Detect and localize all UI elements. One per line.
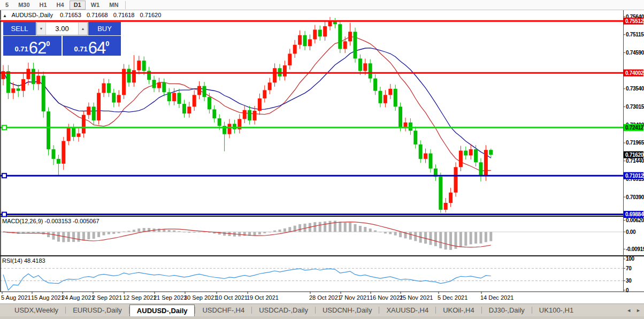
period-button-d1[interactable]: D1 [70, 1, 86, 10]
header-divider [0, 20, 623, 20]
macd-histogram-bar [188, 232, 190, 233]
macd-histogram-bar [57, 232, 60, 241]
macd-indicator-label: MACD(12,26,9) -0.003153 -0.005067 [2, 218, 99, 224]
chart-tab-uk100[interactable]: UK100-,H1 [532, 304, 580, 316]
price-tick-label: 0.73015 [626, 104, 644, 110]
candle [318, 29, 322, 36]
buy-button[interactable]: BUY [88, 22, 121, 35]
macd-histogram-bar [82, 232, 85, 240]
candle [323, 26, 327, 36]
chart-header: ▲ AUDUSD-,Daily 0.71653 0.71668 0.71618 … [0, 10, 165, 20]
price-tick-label: 0.75115 [626, 32, 644, 37]
candle [172, 93, 176, 101]
period-button-h1[interactable]: H1 [35, 1, 51, 10]
macd-histogram-bar [329, 221, 332, 232]
chart-tab-usdchf[interactable]: USDCHF-,H4 [195, 304, 251, 316]
period-button-m30[interactable]: M30 [14, 1, 34, 10]
period-button-mn[interactable]: MN [105, 1, 122, 10]
macd-histogram-bar [414, 232, 417, 241]
pane-separator-rsi[interactable] [0, 255, 644, 256]
macd-histogram-bar [168, 230, 171, 232]
macd-histogram-bar [52, 232, 55, 239]
sell-price-big: 62 [29, 40, 46, 56]
quote-close: 0.71620 [140, 12, 162, 18]
date-label: 7 Nov 2021 [340, 294, 370, 301]
candle [142, 60, 146, 71]
candle [283, 65, 287, 77]
candle [87, 107, 90, 115]
volume-increase-icon[interactable]: ▲ [78, 22, 87, 35]
date-label: 15 Aug 2021 [31, 294, 64, 301]
macd-histogram-bar [133, 230, 135, 232]
period-button-w1[interactable]: W1 [87, 1, 104, 10]
candle [303, 35, 307, 47]
sell-button[interactable]: SELL [3, 22, 36, 35]
macd-histogram-bar [118, 232, 120, 233]
candle [208, 97, 211, 109]
level-anchor-marker[interactable] [2, 212, 6, 217]
buy-price-big: 64 [88, 40, 105, 56]
date-label: 5 Dec 2021 [438, 294, 467, 301]
volume-input[interactable]: 3.00 [46, 22, 78, 35]
candle [152, 80, 156, 88]
candle [308, 39, 312, 46]
level-anchor-marker[interactable] [2, 125, 6, 130]
candle [47, 111, 50, 149]
candle [92, 107, 96, 120]
candle [474, 149, 478, 162]
chart-tab-usdcnh[interactable]: USDCNH-,Daily [316, 304, 379, 316]
chart-tab-ukoil[interactable]: UKOil-,H4 [436, 304, 481, 316]
macd-histogram-bar [47, 232, 50, 237]
macd-histogram-bar [178, 231, 181, 232]
candle [413, 131, 417, 145]
macd-histogram-bar [444, 232, 447, 249]
period-button-h4[interactable]: H4 [52, 1, 68, 10]
pane-separator-macd[interactable] [0, 216, 644, 217]
sell-price-button[interactable]: 0.71 62 0 [3, 36, 62, 56]
candle [449, 193, 453, 203]
chart-tab-xauusd[interactable]: XAUUSD-,H4 [379, 304, 435, 316]
macd-histogram-bar [158, 229, 160, 232]
macd-histogram-bar [103, 232, 105, 235]
candle [298, 35, 302, 45]
sell-price-pipette: 0 [46, 40, 50, 48]
macd-histogram-bar [319, 222, 321, 232]
macd-histogram-bar [364, 227, 366, 232]
volume-decrease-icon[interactable]: ▼ [37, 22, 46, 35]
macd-histogram-bar [78, 232, 80, 241]
candle [157, 82, 161, 88]
chart-tab-eurusd[interactable]: EURUSD-,Daily [66, 304, 129, 316]
chart-tab-dj30[interactable]: DJ30-,Daily [482, 304, 532, 316]
symbol-tabbar: USDX,WeeklyEURUSD-,DailyAUDUSD-,DailyUSD… [0, 303, 644, 316]
macd-histogram-bar [399, 232, 402, 237]
collapse-panel-icon[interactable]: ▲ [3, 13, 7, 18]
candle [32, 69, 35, 84]
candle [489, 150, 493, 155]
price-badge-label: 0.74002 [625, 70, 644, 76]
chart-tab-audusd[interactable]: AUDUSD-,Daily [129, 305, 195, 316]
macd-histogram-bar [62, 232, 65, 242]
macd-histogram-bar [389, 232, 392, 234]
chart-tab-usdcad[interactable]: USDCAD-,Daily [252, 304, 315, 316]
tabs-scroll-left-icon[interactable]: ◄ [626, 308, 631, 313]
candle [182, 104, 186, 113]
macd-histogram-bar [344, 223, 347, 232]
rsi-tick-label: 100 [626, 256, 635, 262]
date-label: 25 Nov 2021 [400, 294, 433, 301]
macd-histogram-bar [430, 232, 432, 245]
candle [313, 29, 317, 39]
period-button-5[interactable]: 5 [1, 1, 13, 10]
chart-tab-usdx[interactable]: USDX,Weekly [7, 304, 65, 316]
candle [228, 124, 232, 134]
level-anchor-marker[interactable] [2, 173, 6, 178]
buy-price-button[interactable]: 0.71 64 0 [63, 36, 121, 56]
macd-histogram-bar [273, 231, 276, 232]
candle [388, 89, 392, 95]
candle [354, 32, 357, 58]
candle [268, 82, 272, 90]
candle [369, 63, 372, 78]
macd-histogram-bar [459, 232, 462, 247]
candle [112, 93, 116, 103]
macd-histogram-bar [112, 232, 115, 234]
tabs-scroll-right-icon[interactable]: ► [636, 308, 641, 313]
